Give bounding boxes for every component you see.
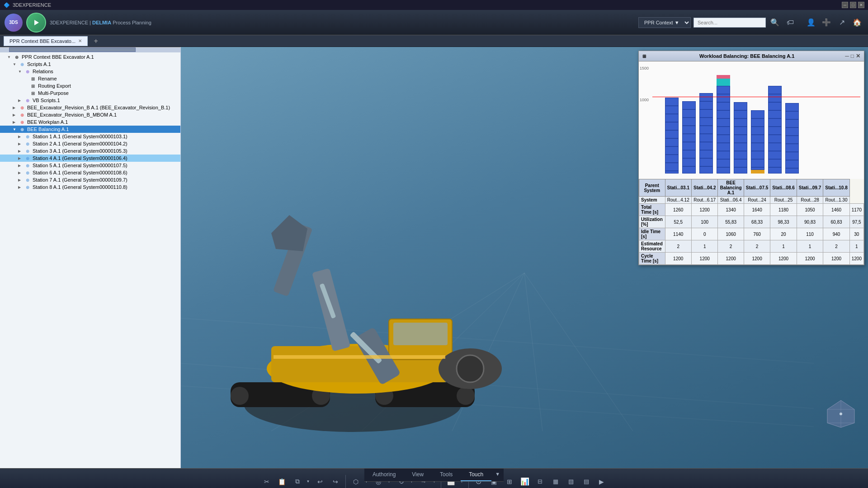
scroll-thumb[interactable] [9,47,136,52]
tree-item-rename[interactable]: ⊞ Rename [0,75,180,82]
chart-bar-3 [699,93,713,174]
search-button[interactable]: 🔍 [769,16,781,29]
svg-rect-27 [274,355,445,359]
app-icon: 🔷 [4,2,10,8]
bar-8 [785,103,799,174]
close-button[interactable]: ✕ [858,2,864,8]
search-input[interactable] [693,18,766,28]
tree-item-station-8[interactable]: ▶ ⊕ Station 8 A.1 (General System0000011… [0,183,180,191]
tool-f[interactable]: ▦ [548,474,563,488]
panel-icon: ⊞ [642,54,646,59]
chart-bar-2 [682,101,696,174]
panel-header: ⊞ Workload Balancing: BEE Balancing A.1 … [639,51,864,61]
chart-bar-7 [768,86,782,174]
user-button[interactable]: 👤 [805,16,817,29]
copy-button[interactable]: 📋 [275,474,289,488]
tree-item-station-2[interactable]: ▶ ⊕ Station 2 A.1 (General System0000010… [0,140,180,147]
tree-item-relations[interactable]: ▼ ⊕ Relations [0,68,180,75]
panel-close-button[interactable]: ✕ [856,53,860,59]
tool-i[interactable]: ▶ [594,474,609,488]
svg-point-12 [231,387,249,405]
tool-h[interactable]: ▤ [579,474,594,488]
context-select[interactable]: PPR Context ▼ [638,17,691,28]
chart-bar-1 [665,98,679,174]
select-button[interactable]: ⬡ [349,474,363,488]
sys-s5: Rout...24 [744,197,770,204]
navigation-cube[interactable] [823,396,859,432]
sys-s2: Rout...6.17 [691,197,717,204]
row-cycle-time: Cycle Time [s] 1200 1200 1200 1200 1200 … [639,253,864,265]
tree-root[interactable]: ▼ ⊕ PPR Context BBE Excavator A.1 [0,52,180,61]
svg-line-5 [524,273,633,431]
undo-button[interactable]: ↩ [313,474,327,488]
window-title: 3DEXPERIENCE [13,2,51,8]
chart-area: 1500 1000 [639,61,864,179]
tab-touch[interactable]: Touch [461,469,491,481]
chart-bars-container [656,65,860,174]
col-header-s5: Stati...07.5 [744,179,770,197]
tree-panel: ▼ ⊕ PPR Context BBE Excavator A.1 ▼ ⊕ Sc… [0,47,181,468]
bar-2 [682,101,696,174]
tool-d[interactable]: 📊 [518,474,532,488]
tree-item-station-3[interactable]: ▶ ⊕ Station 3 A.1 (General System0000010… [0,147,180,155]
chart-bar-8 [785,103,799,174]
tree-item-bee-balancing[interactable]: ▼ ⊕ BEE Balancing A.1 [0,126,180,133]
share-button[interactable]: ↗ [835,16,848,29]
col-header-bee: BEE Balancing A.1 [718,179,744,197]
maximize-button[interactable]: □ [850,2,856,8]
tree-item-station-5[interactable]: ▶ ⊕ Station 5 A.1 (General System0000010… [0,162,180,169]
tree-item-routing-export[interactable]: ⊞ Routing Export [0,82,180,89]
bar-3 [699,93,713,174]
y-label-1500: 1500 [640,66,649,70]
panel-min-button[interactable]: ─ [845,53,849,59]
tree-item-scripts[interactable]: ▼ ⊕ Scripts A.1 [0,61,180,68]
paste-dropdown[interactable]: ▼ [305,474,312,488]
tree-item-bee-workplan[interactable]: ▶ ⊕ BEE Workplan A.1 [0,118,180,126]
excavator-model [194,179,511,450]
tree-item-bee-excavator-mbom[interactable]: ▶ ⊕ BEE_Excavator_Revision_B_MBOM A.1 [0,111,180,118]
tag-button[interactable]: 🏷 [784,16,797,29]
tool-c[interactable]: ⊞ [502,474,517,488]
home-button[interactable]: 🏠 [851,16,863,29]
bar-4-teal [717,79,730,86]
tree-item-station-1[interactable]: ▶ ⊕ Station 1 A.1 (General System0000010… [0,133,180,140]
add-button[interactable]: ➕ [820,16,833,29]
tool-g[interactable]: ▧ [564,474,578,488]
tree-item-bee-excavator-b[interactable]: ▶ ⊕ BEE_Excavator_Revision_B A.1 (BEE_Ex… [0,104,180,111]
chart-bar-5 [734,102,747,174]
tab-view[interactable]: View [404,469,432,481]
tree-item-station-7[interactable]: ▶ ⊕ Station 7 A.1 (General System0000010… [0,176,180,183]
col-header-s7: Stati...09.7 [797,179,823,197]
redo-button[interactable]: ↪ [328,474,343,488]
tree-item-station-4[interactable]: ▶ ⊕ Station 4 A.1 (General System0000010… [0,155,180,162]
paste-button[interactable]: ⧉ [290,474,305,488]
data-table: Parent System Stati...03.1 Stati...04.2 … [639,179,864,265]
new-tab-button[interactable]: + [90,35,102,47]
col-header-s1: Stati...03.1 [665,179,691,197]
content-area: ▼ ⊕ PPR Context BBE Excavator A.1 ▼ ⊕ Sc… [0,47,868,468]
tool-e[interactable]: ⊟ [533,474,547,488]
panel-restore-button[interactable]: □ [851,53,854,59]
app-title: 3DEXPERIENCE | DELMIA Process Planning [50,20,151,25]
tree-item-multi-purpose[interactable]: ⊞ Multi-Purpose [0,89,180,97]
tab-tools[interactable]: Tools [432,469,461,481]
tab-authoring[interactable]: Authoring [364,469,404,481]
view-tabs: Authoring View Tools Touch ▼ [364,469,504,482]
reference-line [652,97,860,97]
minimize-button[interactable]: ─ [842,2,848,8]
viewport[interactable]: ⊞ Workload Balancing: BEE Balancing A.1 … [181,47,868,468]
bar-1 [665,98,679,174]
window-controls: ─ □ ✕ [842,2,864,8]
expand-icon: ▼ [7,55,12,59]
tab-close-button[interactable]: ✕ [78,38,82,43]
tree-item-vbscripts[interactable]: ▶ ⊕ VB Scripts.1 [0,97,180,104]
play-button[interactable] [26,13,46,33]
row-utilization: Utilization [%] 52,5 100 55,83 68,33 98,… [639,216,864,228]
main-tab[interactable]: PPR Context BBE Excavato... ✕ [4,36,88,46]
cut-button[interactable]: ✂ [259,474,274,488]
tab-bar: PPR Context BBE Excavato... ✕ + [0,35,868,47]
horizontal-scrollbar[interactable] [0,47,180,52]
tree-item-station-6[interactable]: ▶ ⊕ Station 6 A.1 (General System0000010… [0,169,180,176]
tabs-dropdown-button[interactable]: ▼ [491,469,504,481]
bottom-toolbar: Authoring View Tools Touch ▼ ✂ 📋 ⧉ ▼ ↩ ↪… [0,468,868,488]
